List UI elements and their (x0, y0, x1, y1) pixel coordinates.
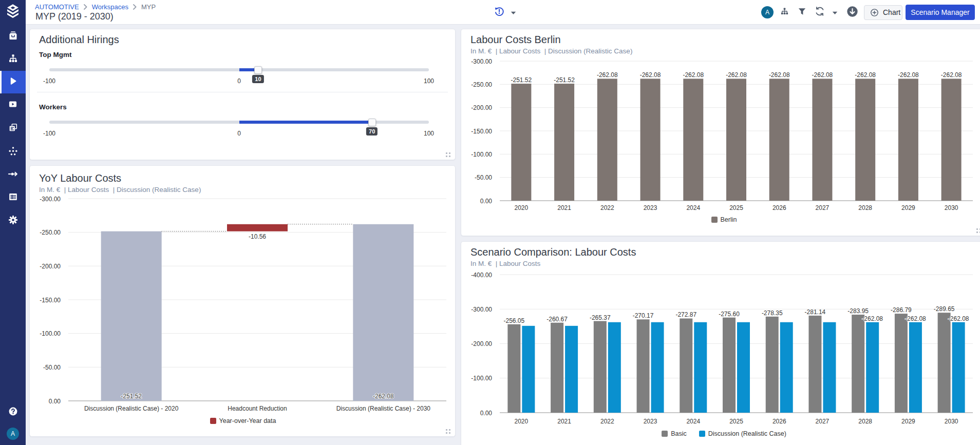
y-axis-label: -150.00 (471, 128, 492, 135)
scenario-manager-button[interactable]: Scenario Manager (906, 5, 975, 20)
header-filter-button[interactable] (793, 4, 811, 21)
bar-discussion-realistic-case--2025[interactable] (737, 322, 750, 413)
bar-basic-2027[interactable] (808, 316, 821, 413)
sidebar-item-help[interactable] (0, 401, 26, 423)
bar-value-label: -283.95 (847, 307, 869, 315)
scenario-bar-chart[interactable]: 0.00-100.00-200.00-300.00-400.0020202021… (461, 242, 980, 445)
sidebar-item-data[interactable] (0, 186, 26, 209)
sidebar-item-workspace[interactable] (0, 25, 26, 48)
bar-discussion-realistic-case--2023[interactable] (651, 322, 664, 413)
sidebar-item-simulation-active[interactable] (0, 71, 26, 93)
bar-basic-2023[interactable] (637, 319, 650, 413)
x-axis-label: 2020 (515, 204, 529, 211)
legend-swatch (662, 431, 668, 437)
legend-item-discussion-realistic-case-[interactable]: Discussion (Realistic Case) (699, 430, 786, 437)
bar-berlin-2030[interactable] (941, 79, 962, 201)
bar-value-label: -262.08 (640, 71, 661, 79)
bar-berlin-2021[interactable] (554, 84, 574, 201)
berlin-bar-chart[interactable]: 0.00-50.00-100.00-150.00-200.00-250.00-3… (461, 29, 980, 237)
y-axis-label: -200.00 (40, 263, 61, 270)
x-axis-label: 2025 (729, 204, 743, 211)
bar-berlin-2020[interactable] (511, 84, 531, 201)
legend-item-berlin[interactable]: Berlin (711, 216, 737, 223)
legend-label: Discussion (Realistic Case) (708, 430, 786, 437)
sidebar-user-avatar[interactable]: A (0, 422, 26, 445)
x-axis-label: 2021 (557, 418, 571, 425)
bar-berlin-2029[interactable] (898, 79, 918, 201)
sidebar-item-presentation[interactable] (0, 94, 26, 117)
sidebar-item-scenarios[interactable] (0, 141, 26, 163)
x-axis-label: 2029 (901, 204, 915, 211)
refresh-icon (815, 6, 825, 18)
bar-discussion-realistic-case--2020[interactable] (522, 326, 535, 413)
bar-value-label: -272.87 (675, 311, 696, 318)
bar-berlin-2025[interactable] (726, 79, 746, 201)
resize-handle[interactable] (446, 429, 450, 434)
legend-label: Berlin (721, 216, 737, 223)
breadcrumb-workspaces[interactable]: Workspaces (92, 3, 128, 11)
bar-value-label: -262.08 (862, 315, 883, 322)
history-dropdown-caret-icon[interactable] (511, 8, 516, 17)
resize-handle[interactable] (976, 228, 980, 233)
header-refresh-button[interactable] (811, 4, 829, 21)
bar-basic-2024[interactable] (680, 318, 692, 413)
waterfall-bar-0[interactable] (101, 231, 162, 401)
header-sitemap-button[interactable] (776, 4, 793, 21)
bar-discussion-realistic-case--2021[interactable] (565, 326, 578, 413)
video-play-icon (8, 99, 18, 111)
bar-basic-2029[interactable] (895, 314, 908, 413)
bar-value-label: -281.14 (805, 308, 826, 316)
x-axis-label: Discussion (Realistic Case) - 2020 (84, 405, 179, 412)
sidebar-item-reports[interactable] (0, 117, 26, 140)
sidebar-item-model[interactable] (0, 48, 26, 71)
x-axis-label: 2026 (772, 204, 786, 211)
bar-berlin-2027[interactable] (812, 79, 832, 201)
bar-value-label: -251.52 (121, 393, 142, 400)
add-chart-button[interactable]: Chart (864, 5, 902, 20)
legend-item-year-over-year-data[interactable]: Year-over-Year data (210, 417, 276, 424)
bar-basic-2021[interactable] (551, 323, 563, 413)
legend-item-basic[interactable]: Basic (662, 430, 687, 437)
bar-berlin-2022[interactable] (597, 79, 617, 201)
bar-basic-2022[interactable] (594, 321, 607, 413)
sidebar-item-settings[interactable] (0, 209, 26, 232)
filter-funnel-icon (797, 7, 807, 18)
yoy-waterfall-chart[interactable]: 0.00-50.00-100.00-150.00-200.00-250.00-3… (30, 166, 456, 437)
x-axis-label: 2022 (600, 418, 614, 425)
bar-value-label: -262.08 (373, 393, 394, 400)
header-avatar[interactable]: A (761, 6, 774, 18)
waterfall-bar-2[interactable] (353, 224, 413, 401)
header-refresh-dropdown[interactable] (829, 4, 840, 21)
slider-handle[interactable] (368, 119, 376, 126)
sidebar-item-drivers[interactable] (0, 164, 26, 186)
bar-value-label: -289.65 (934, 305, 955, 313)
header-download-button[interactable] (840, 4, 864, 21)
bar-discussion-realistic-case--2029[interactable] (909, 322, 922, 413)
app-logo[interactable] (0, 3, 26, 21)
bar-discussion-realistic-case--2028[interactable] (866, 322, 879, 413)
panel-title: Additional Hirings (39, 34, 119, 46)
history-restore-icon[interactable] (494, 6, 504, 18)
bar-discussion-realistic-case--2022[interactable] (608, 322, 621, 413)
bar-discussion-realistic-case--2030[interactable] (952, 322, 965, 413)
bar-basic-2030[interactable] (938, 313, 951, 413)
resize-handle[interactable] (446, 152, 450, 157)
bar-discussion-realistic-case--2027[interactable] (823, 322, 836, 413)
bar-berlin-2024[interactable] (683, 79, 703, 201)
bar-basic-2025[interactable] (723, 318, 736, 413)
y-axis-label: -100.00 (40, 330, 61, 337)
bar-value-label: -286.79 (891, 306, 912, 314)
bar-berlin-2026[interactable] (769, 79, 789, 201)
waterfall-bar-1[interactable] (227, 224, 288, 231)
x-axis-label: 2027 (816, 204, 830, 211)
bar-discussion-realistic-case--2026[interactable] (780, 322, 793, 413)
bar-basic-2020[interactable] (507, 324, 520, 413)
bar-discussion-realistic-case--2024[interactable] (694, 322, 707, 413)
bar-basic-2028[interactable] (852, 315, 864, 413)
slider-handle[interactable] (254, 66, 262, 74)
bar-berlin-2028[interactable] (855, 79, 875, 201)
bar-berlin-2023[interactable] (640, 79, 661, 201)
bar-basic-2026[interactable] (766, 317, 779, 413)
slider-track[interactable] (49, 68, 429, 71)
breadcrumb-automotive[interactable]: AUTOMOTIVE (35, 3, 79, 11)
